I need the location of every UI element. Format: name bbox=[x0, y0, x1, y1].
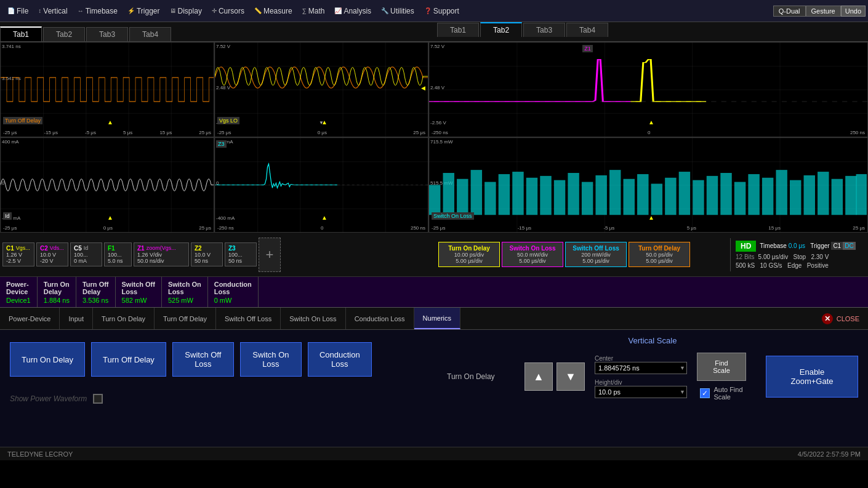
btn-turn-on-delay[interactable]: Turn On Delay bbox=[10, 342, 85, 377]
btab-power-device[interactable]: Power-Device bbox=[0, 308, 60, 329]
svg-rect-3 bbox=[457, 179, 468, 215]
scope-rt: 3.741 ns 3.541 ns Turn Off Delay -25 μs-… bbox=[0, 42, 214, 137]
menu-timebase[interactable]: ↔ Timebase bbox=[73, 4, 123, 18]
auto-find-label: Auto Find Scale bbox=[713, 386, 742, 401]
btab-switch-off-loss[interactable]: Switch Off Loss bbox=[216, 308, 281, 329]
svg-rect-21 bbox=[707, 176, 718, 215]
close-icon: ✕ bbox=[822, 313, 833, 324]
enable-zoom-gate-button[interactable]: Enable Zoom+Gate bbox=[766, 356, 858, 398]
check-icon: ✓ bbox=[702, 389, 708, 398]
svg-rect-20 bbox=[693, 180, 704, 215]
svg-rect-13 bbox=[595, 175, 606, 215]
left-bottom-panel: Turn On Delay Turn Off Delay Switch Off … bbox=[0, 330, 437, 447]
display-icon: 🖥 bbox=[170, 7, 176, 14]
menu-vertical[interactable]: ↕ Vertical bbox=[33, 4, 72, 18]
ch-tag-c1[interactable]: C1Vgs... 1.26 V -2.5 V bbox=[2, 242, 34, 266]
menu-bar: 📄 File ↕ Vertical ↔ Timebase ⚡ Trigger 🖥… bbox=[0, 0, 868, 22]
menu-utilities[interactable]: 🔧 Utilities bbox=[376, 4, 419, 18]
right-tab-3[interactable]: Tab3 bbox=[523, 23, 565, 37]
svg-rect-2 bbox=[443, 173, 454, 215]
btn-turn-off-delay[interactable]: Turn Off Delay bbox=[91, 342, 166, 377]
btab-conduction-loss[interactable]: Conduction Loss bbox=[346, 308, 414, 329]
right-tab-2[interactable]: Tab2 bbox=[480, 22, 522, 37]
menu-support[interactable]: ❓ Support bbox=[419, 4, 464, 18]
footer: TELEDYNE LECROY 4/5/2022 2:57:59 PM bbox=[0, 447, 868, 460]
ch-tag-turn-on-delay[interactable]: Turn On Delay 10.00 ps/div 5.00 μs/div bbox=[438, 242, 500, 267]
svg-rect-22 bbox=[720, 173, 731, 215]
ch-tag-z1[interactable]: Z1zoom(Vgs... 1.26 V/div 50.0 ns/div bbox=[134, 242, 189, 266]
btn-switch-off-loss[interactable]: Switch Off Loss bbox=[172, 342, 234, 377]
ch-tag-c2[interactable]: C2Vds... 10.0 V -20 V bbox=[36, 242, 68, 266]
scope-tl: 7.52 V 2.48 V -2.56 V ▼ ◀ Vgs LO -25 μs … bbox=[214, 42, 428, 137]
height-label: Height/div bbox=[595, 379, 687, 386]
btn-conduction-loss[interactable]: Conduction Loss bbox=[308, 342, 372, 377]
svg-rect-6 bbox=[499, 174, 510, 215]
ch-tag-z3[interactable]: Z3 100... 50 ns bbox=[225, 242, 257, 266]
svg-rect-1 bbox=[429, 185, 440, 215]
show-power-checkbox[interactable] bbox=[93, 394, 103, 404]
menu-trigger[interactable]: ⚡ Trigger bbox=[123, 4, 165, 18]
center-value[interactable]: 1.8845725 ns bbox=[595, 362, 678, 374]
svg-rect-14 bbox=[609, 170, 621, 215]
svg-rect-31 bbox=[845, 176, 856, 215]
btn-switch-on-loss[interactable]: Switch On Loss bbox=[240, 342, 302, 377]
menu-display[interactable]: 🖥 Display bbox=[165, 4, 207, 18]
scope-bl: 400 mA 0 -400 mA Id -25 μs 0 μs 25 μs ▲ bbox=[0, 137, 214, 233]
height-input-wrapper: 10.0 ps ▼ bbox=[595, 386, 687, 398]
svg-rect-8 bbox=[526, 178, 537, 215]
svg-rect-11 bbox=[568, 173, 579, 215]
datetime-label: 4/5/2022 2:57:59 PM bbox=[798, 450, 861, 458]
left-tab-2[interactable]: Tab2 bbox=[43, 27, 85, 41]
ch-tag-switch-off-loss[interactable]: Switch Off Loss 200 mW/div 5.00 μs/div bbox=[565, 242, 627, 267]
scope-bl-label: Id bbox=[3, 212, 12, 220]
undo-button[interactable]: Undo bbox=[841, 6, 866, 17]
left-tab-3[interactable]: Tab3 bbox=[86, 27, 128, 41]
svg-rect-9 bbox=[540, 176, 551, 215]
btab-turn-off-delay[interactable]: Turn Off Delay bbox=[155, 308, 216, 329]
svg-rect-17 bbox=[651, 184, 662, 215]
scroll-up-button[interactable]: ▲ bbox=[524, 362, 553, 391]
btab-input[interactable]: Input bbox=[60, 308, 92, 329]
right-tab-4[interactable]: Tab4 bbox=[566, 23, 608, 37]
bottom-panel: Turn On Delay Turn Off Delay Switch Off … bbox=[0, 330, 868, 447]
menu-math[interactable]: ∑ Math bbox=[297, 4, 330, 18]
show-power-label: Show Power Waveform bbox=[10, 394, 87, 403]
left-tab-4[interactable]: Tab4 bbox=[129, 27, 171, 41]
qdual-badge: Q-Dual bbox=[773, 6, 806, 17]
close-button[interactable]: ✕ CLOSE bbox=[813, 308, 868, 329]
scope-tr-label: Z1 bbox=[582, 45, 593, 52]
support-icon: ❓ bbox=[424, 7, 432, 14]
left-tab-1[interactable]: Tab1 bbox=[0, 26, 42, 41]
svg-rect-27 bbox=[790, 180, 801, 215]
status-panel: HD Timebase 0.0 μs Trigger C1DC 12 Bits … bbox=[730, 238, 866, 271]
power-table: Power- Device Device1 Turn On Delay 1.88… bbox=[0, 277, 868, 308]
gesture-button[interactable]: Gesture bbox=[806, 6, 841, 17]
height-value[interactable]: 10.0 ps bbox=[595, 386, 678, 398]
btab-numerics[interactable]: Numerics bbox=[414, 308, 460, 329]
ch-tag-z2[interactable]: Z2 10.0 V 50 ns bbox=[191, 242, 223, 266]
scroll-down-button[interactable]: ▼ bbox=[557, 362, 585, 391]
right-tab-1[interactable]: Tab1 bbox=[437, 23, 479, 37]
svg-rect-24 bbox=[748, 174, 759, 215]
menu-measure[interactable]: 📏 Measure bbox=[249, 4, 297, 18]
btab-turn-on-delay[interactable]: Turn On Delay bbox=[93, 308, 155, 329]
vs-inputs: Center 1.8845725 ns ▼ Height/div 10.0 ps… bbox=[595, 355, 687, 398]
find-scale-button[interactable]: Find Scale bbox=[697, 353, 746, 381]
ch-tag-f1[interactable]: F1 100... 5.0 ns bbox=[104, 242, 132, 266]
menu-analysis[interactable]: 📈 Analysis bbox=[329, 4, 376, 18]
svg-rect-16 bbox=[637, 174, 648, 215]
file-icon: 📄 bbox=[7, 7, 15, 14]
vertical-scale-title: Vertical Scale bbox=[447, 336, 858, 345]
svg-rect-5 bbox=[484, 182, 496, 215]
ch-tag-turn-off-delay[interactable]: Turn Off Delay 50.0 ps/div 5.00 μs/div bbox=[629, 242, 690, 267]
svg-rect-29 bbox=[818, 172, 829, 215]
btab-switch-on-loss[interactable]: Switch On Loss bbox=[281, 308, 345, 329]
menu-cursors[interactable]: ✛ Cursors bbox=[207, 4, 249, 18]
auto-find-checkbox[interactable]: ✓ bbox=[700, 388, 710, 398]
menu-file[interactable]: 📄 File bbox=[2, 4, 33, 18]
svg-rect-32 bbox=[856, 174, 867, 215]
add-channel-button[interactable]: + bbox=[259, 238, 281, 272]
math-icon: ∑ bbox=[302, 7, 307, 14]
ch-tag-c5[interactable]: C5Id 100... 0 mA bbox=[70, 242, 102, 266]
ch-tag-switch-on-loss[interactable]: Switch On Loss 50.0 mW/div 5.00 μs/div bbox=[502, 242, 563, 267]
